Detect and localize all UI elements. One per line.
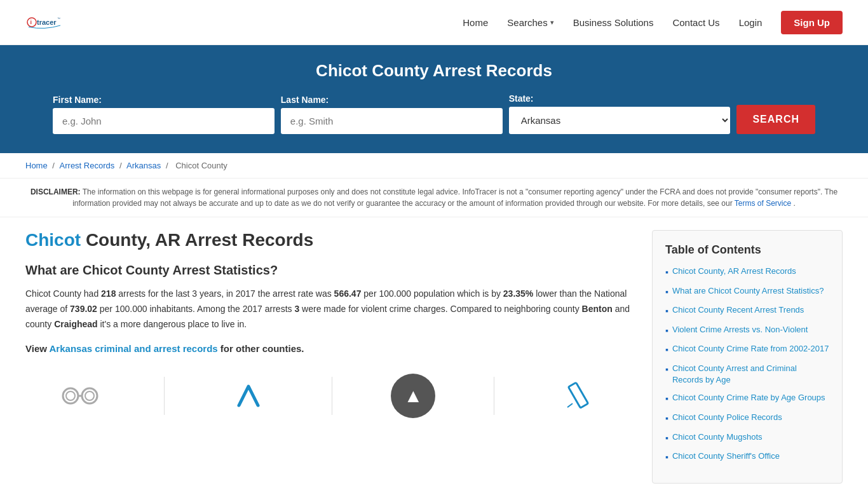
toc-list: Chicot County, AR Arrest Records What ar… [665,266,829,464]
list-item: Chicot County Recent Arrest Trends [665,304,829,318]
county2: Craighead [54,319,97,329]
body-text-3: per 100.000 population which is by [361,288,503,299]
list-item: Chicot County Arrest and Criminal Record… [665,363,829,386]
breadcrumb-home[interactable]: Home [25,161,48,170]
disclaimer-period: . [794,199,796,208]
last-name-input[interactable] [281,108,503,134]
body-text-2: arrests for the last 3 years, in 2017 th… [116,288,334,299]
vertical-divider-1 [164,377,165,415]
breadcrumb-arrest-records[interactable]: Arrest Records [60,161,115,170]
icon-scroll-top[interactable]: ▲ [391,374,435,418]
article-body: What are Chicot County Arrest Statistics… [25,263,633,418]
disclaimer-text: The information on this webpage is for g… [72,187,837,208]
list-item: Chicot County, AR Arrest Records [665,266,829,279]
nav-contact-us[interactable]: Contact Us [672,17,719,28]
toc-link-3[interactable]: Chicot County Recent Arrest Trends [672,304,804,316]
section-title: What are Chicot County Arrest Statistics… [25,263,633,278]
toc-link-5[interactable]: Chicot County Crime Rate from 2002-2017 [672,343,829,355]
article-title: Chicot County, AR Arrest Records [25,230,633,250]
first-name-group: First Name: [53,95,275,134]
nav-business-solutions[interactable]: Business Solutions [573,17,654,28]
toc-link-10[interactable]: Chicot County Sheriff's Office [672,451,780,462]
toc-link-7[interactable]: Chicot County Crime Rate by Age Groups [672,392,825,403]
first-name-input[interactable] [53,108,275,134]
county1: Benton [582,304,613,314]
vertical-divider-3 [494,377,494,415]
state-label: State: [509,93,731,104]
nav-login[interactable]: Login [739,17,763,28]
main-content: Chicot County, AR Arrest Records What ar… [0,217,868,488]
list-item: What are Chicot County Arrest Statistics… [665,285,829,299]
link-line-pre: View [25,343,50,354]
svg-line-10 [567,403,573,407]
link-line: View Arkansas criminal and arrest record… [25,341,633,357]
disclaimer-terms-link[interactable]: Terms of Service [735,199,791,208]
svg-point-4 [63,388,78,403]
body-text-1: Chicot County had [25,288,101,299]
logo[interactable]: i tracer ™ [25,6,64,38]
nav-signup[interactable]: Sign Up [781,11,843,34]
last-name-group: Last Name: [281,95,503,134]
hero-title: Chicot County Arrest Records [25,61,843,81]
main-nav: Home Searches ▾ Business Solutions Conta… [463,11,843,34]
vertical-divider-2 [332,377,332,415]
list-item: Chicot County Crime Rate by Age Groups [665,392,829,405]
toc-link-8[interactable]: Chicot County Police Records [672,412,782,423]
content-left: Chicot County, AR Arrest Records What ar… [25,230,652,484]
header: i tracer ™ Home Searches ▾ Business Solu… [0,0,868,45]
icon-handcuffs [55,374,105,418]
nav-searches[interactable]: Searches ▾ [507,17,553,28]
svg-point-5 [82,388,97,403]
svg-point-7 [66,391,75,400]
link-line-post: for other counties. [218,343,304,354]
nav-home[interactable]: Home [463,17,488,28]
body-text-6: were made for violent crime charges. Com… [299,304,581,314]
list-item: Chicot County Police Records [665,412,829,425]
breadcrumb-sep1: / [52,161,57,170]
arkansas-records-link[interactable]: Arkansas criminal and arrest records [50,343,218,354]
icon-pencil [553,374,604,418]
search-button[interactable]: SEARCH [736,105,815,134]
national-avg: 739.02 [70,304,97,314]
toc-link-2[interactable]: What are Chicot County Arrest Statistics… [672,285,824,297]
toc-link-9[interactable]: Chicot County Mugshots [672,431,763,443]
table-of-contents: Table of Contents Chicot County, AR Arre… [652,230,843,484]
article-title-highlight: Chicot [25,230,81,250]
state-group: State: AlabamaAlaskaArizona ArkansasCali… [509,93,731,134]
arrest-rate: 566.47 [334,288,362,299]
svg-point-8 [85,391,94,400]
toc-link-1[interactable]: Chicot County, AR Arrest Records [672,266,796,277]
toc-link-4[interactable]: Violent Crime Arrests vs. Non-Violent [672,324,808,336]
article-paragraph-1: Chicot County had 218 arrests for the la… [25,287,633,332]
list-item: Chicot County Crime Rate from 2002-2017 [665,343,829,356]
breadcrumb: Home / Arrest Records / Arkansas / Chico… [0,153,868,179]
arrests-count: 218 [101,288,116,299]
body-text-5: per 100.000 inhabitants. Among the 2017 … [97,304,295,314]
disclaimer: DISCLAIMER: The information on this webp… [0,179,868,217]
state-select[interactable]: AlabamaAlaskaArizona ArkansasCaliforniaC… [509,107,731,134]
breadcrumb-sep3: / [166,161,170,170]
chevron-down-icon: ▾ [550,18,554,27]
svg-text:tracer: tracer [37,18,57,26]
breadcrumb-sep2: / [119,161,124,170]
disclaimer-label: DISCLAIMER: [31,187,81,196]
first-name-label: First Name: [53,95,275,105]
list-item: Violent Crime Arrests vs. Non-Violent [665,324,829,337]
list-item: Chicot County Sheriff's Office [665,451,829,464]
icon-arrow-up [223,374,274,418]
content-right: Table of Contents Chicot County, AR Arre… [652,230,843,484]
body-text-8: it's a more dangerous place to live in. [98,319,247,329]
icons-row: ▲ [25,367,633,418]
svg-text:™: ™ [57,17,60,20]
search-form: First Name: Last Name: State: AlabamaAla… [53,93,815,134]
toc-link-6[interactable]: Chicot County Arrest and Criminal Record… [672,363,829,386]
last-name-label: Last Name: [281,95,503,105]
breadcrumb-arkansas[interactable]: Arkansas [126,161,161,170]
list-item: Chicot County Mugshots [665,431,829,445]
hero-section: Chicot County Arrest Records First Name:… [0,45,868,153]
lower-pct: 23.35% [503,288,533,299]
toc-title: Table of Contents [665,243,829,257]
article-title-rest: County, AR Arrest Records [81,230,313,250]
breadcrumb-chicot-county: Chicot County [175,161,227,170]
svg-text:i: i [31,19,32,25]
